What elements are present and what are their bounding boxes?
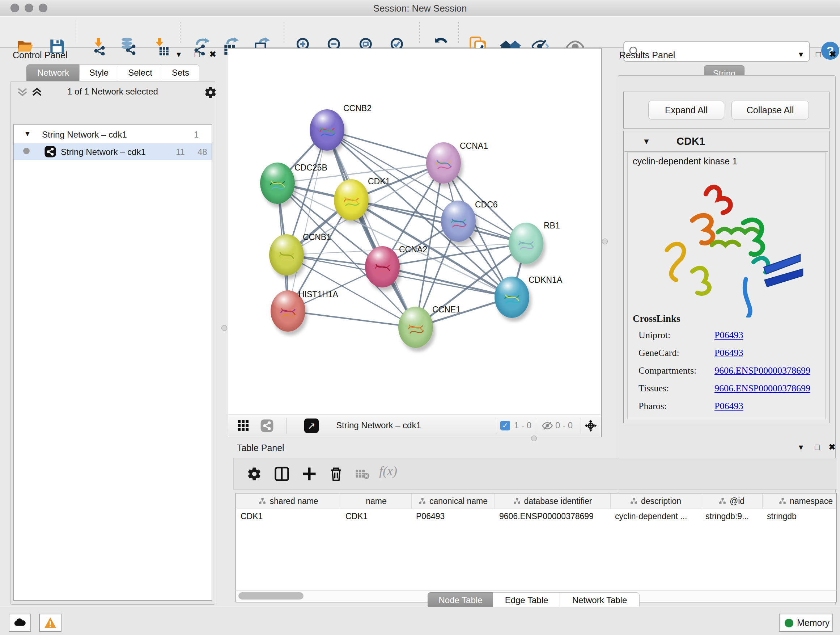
show-columns-icon[interactable] bbox=[274, 466, 289, 481]
protein-structure-image bbox=[642, 173, 812, 318]
network-view-frame: CCNB2CCNA1CDC25BCDK1CDC6RB1CCNB1CCNA2CDK… bbox=[228, 48, 602, 437]
network-node-ccne1[interactable] bbox=[398, 307, 433, 348]
crosslink-link[interactable]: P06493 bbox=[714, 330, 743, 340]
panel-float-icon[interactable]: □ bbox=[816, 49, 821, 59]
collapse-all-button[interactable]: Collapse All bbox=[731, 101, 809, 119]
network-row[interactable]: String Network – cdk1 11 48 bbox=[14, 143, 212, 160]
column-header-database-identifier[interactable]: database identifier bbox=[495, 494, 611, 509]
tab-style[interactable]: Style bbox=[79, 65, 118, 81]
warning-icon bbox=[44, 617, 57, 629]
toolbar-separator bbox=[458, 21, 459, 43]
protein-ribbon-thumbnail bbox=[501, 286, 523, 310]
network-node-ccnb1[interactable] bbox=[269, 234, 304, 276]
network-canvas[interactable]: CCNB2CCNA1CDC25BCDK1CDC6RB1CCNB1CCNA2CDK… bbox=[228, 49, 600, 415]
section-expander-icon[interactable]: ▼ bbox=[643, 137, 651, 146]
crosslink-label: GeneCard: bbox=[638, 348, 679, 358]
tab-select[interactable]: Select bbox=[118, 65, 163, 81]
network-node-cdc25b[interactable] bbox=[260, 163, 295, 204]
network-node-ccna2[interactable] bbox=[365, 246, 400, 287]
crosslink-label: Tissues: bbox=[638, 383, 669, 394]
panel-menu-icon[interactable]: ▾ bbox=[799, 442, 803, 452]
cell--id[interactable]: stringdb:9... bbox=[701, 509, 763, 524]
network-node-cdkn1a[interactable] bbox=[494, 277, 529, 318]
network-node-cdk1[interactable] bbox=[334, 179, 369, 220]
cell-canonical-name[interactable]: P06493 bbox=[412, 509, 495, 524]
column-header-shared-name[interactable]: shared name bbox=[236, 494, 341, 509]
cell-namespace[interactable]: stringdb bbox=[763, 509, 837, 524]
column-header-description[interactable]: description bbox=[611, 494, 701, 509]
network-edge[interactable] bbox=[351, 200, 526, 243]
hidden-eye-icon bbox=[542, 420, 553, 431]
selected-checkbox-icon[interactable]: ✓ bbox=[500, 421, 510, 431]
memory-label: Memory bbox=[797, 618, 829, 628]
window-title: Session: New Session bbox=[0, 3, 840, 14]
network-collection-row[interactable]: ▼ String Network – cdk1 1 bbox=[14, 127, 212, 143]
column-tree-icon bbox=[513, 497, 521, 505]
node-label-cdk1: CDK1 bbox=[368, 177, 390, 187]
expander-icon[interactable]: ▼ bbox=[24, 130, 31, 138]
separator bbox=[581, 418, 581, 434]
gene-symbol: CDK1 bbox=[676, 135, 705, 147]
network-overview-icon[interactable] bbox=[260, 419, 274, 432]
node-label-cdc6: CDC6 bbox=[475, 200, 498, 210]
table-gear-icon[interactable] bbox=[247, 466, 262, 481]
network-node-ccnb2[interactable] bbox=[309, 109, 344, 150]
panel-close-icon[interactable]: ✖ bbox=[829, 49, 836, 59]
protein-ribbon-thumbnail bbox=[267, 172, 288, 196]
column-header--id[interactable]: @id bbox=[701, 494, 763, 509]
cell-description[interactable]: cyclin-dependent ... bbox=[611, 509, 701, 524]
crosslink-link[interactable]: P06493 bbox=[714, 401, 743, 412]
expand-all-icon[interactable] bbox=[32, 87, 42, 97]
splitter-handle[interactable] bbox=[531, 435, 537, 441]
splitter-handle[interactable] bbox=[221, 325, 227, 331]
network-node-rb1[interactable] bbox=[508, 223, 543, 264]
delete-column-icon[interactable] bbox=[328, 466, 344, 481]
cell-name[interactable]: CDK1 bbox=[341, 509, 412, 524]
add-column-icon[interactable] bbox=[302, 466, 317, 481]
memory-button[interactable]: Memory bbox=[779, 614, 833, 632]
column-header-namespace[interactable]: namespace bbox=[763, 494, 837, 509]
tab-node-table[interactable]: Node Table bbox=[428, 592, 493, 608]
gear-icon[interactable] bbox=[204, 86, 217, 99]
network-edge[interactable] bbox=[288, 311, 416, 327]
panel-menu-icon[interactable]: ▾ bbox=[799, 49, 803, 59]
column-header-name[interactable]: name bbox=[341, 494, 412, 509]
crosslink-label: Uniprot: bbox=[638, 330, 670, 340]
network-node-ccna1[interactable] bbox=[426, 142, 461, 184]
tab-network[interactable]: Network bbox=[27, 65, 80, 81]
warnings-button[interactable] bbox=[39, 614, 62, 632]
tab-network-table[interactable]: Network Table bbox=[560, 592, 639, 608]
panel-close-icon[interactable]: ✖ bbox=[209, 49, 216, 59]
collection-count: 1 bbox=[194, 130, 199, 140]
column-tree-icon bbox=[418, 497, 426, 505]
tab-edge-table[interactable]: Edge Table bbox=[493, 592, 561, 608]
tab-sets[interactable]: Sets bbox=[162, 65, 199, 81]
panel-close-icon[interactable]: ✖ bbox=[829, 442, 836, 452]
expand-all-button[interactable]: Expand All bbox=[648, 101, 724, 119]
cell-database-identifier[interactable]: 9606.ENSP00000378699 bbox=[495, 509, 611, 524]
table-row[interactable]: CDK1CDK1P064939606.ENSP00000378699cyclin… bbox=[236, 509, 836, 524]
node-label-ccna1: CCNA1 bbox=[460, 141, 488, 151]
splitter-handle[interactable] bbox=[602, 239, 608, 244]
collapse-all-icon[interactable] bbox=[17, 87, 28, 97]
crosslink-link[interactable]: P06493 bbox=[714, 348, 743, 358]
panel-menu-icon[interactable]: ▾ bbox=[177, 49, 181, 59]
network-edge[interactable] bbox=[288, 130, 327, 311]
pan-crosshair-icon[interactable] bbox=[584, 419, 597, 432]
grid-view-icon[interactable] bbox=[238, 420, 248, 431]
scrollbar-thumb[interactable] bbox=[238, 592, 303, 600]
network-node-cdc6[interactable] bbox=[441, 201, 476, 242]
cloud-status-button[interactable] bbox=[9, 614, 31, 632]
column-header-canonical-name[interactable]: canonical name bbox=[412, 494, 495, 509]
network-view-toolbar: ↗ String Network – cdk1 ✓ 1 - 0 0 - 0 bbox=[228, 415, 600, 437]
node-label-rb1: RB1 bbox=[544, 221, 560, 231]
cell-shared-name[interactable]: CDK1 bbox=[236, 509, 341, 524]
node-label-ccne1: CCNE1 bbox=[432, 305, 461, 315]
node-table[interactable]: shared namenamecanonical namedatabase id… bbox=[235, 493, 837, 591]
panel-float-icon[interactable]: □ bbox=[195, 49, 200, 59]
crosslink-link[interactable]: 9606.ENSP00000378699 bbox=[714, 383, 810, 394]
panel-float-icon[interactable]: □ bbox=[815, 442, 820, 452]
crosslink-link[interactable]: 9606.ENSP00000378699 bbox=[714, 365, 810, 376]
open-in-window-icon[interactable]: ↗ bbox=[304, 418, 319, 433]
network-edge[interactable] bbox=[382, 267, 512, 297]
